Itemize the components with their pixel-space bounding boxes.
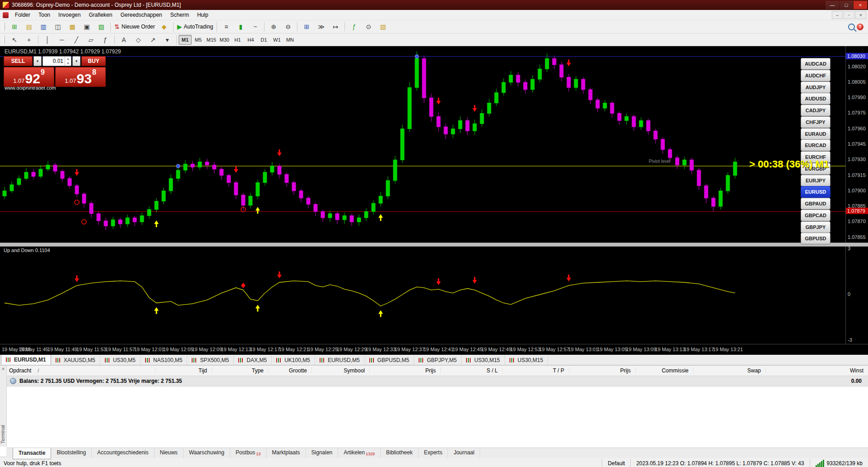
column-tp[interactable]: T / P [503, 367, 569, 374]
terminal-tab-artikelen[interactable]: Artikelen1329 [338, 448, 381, 458]
text-tool-button[interactable]: A [117, 34, 131, 45]
terminal-close-icon[interactable]: × [0, 366, 6, 372]
timeframe-m30-button[interactable]: M30 [218, 35, 231, 45]
arrows-tool-button[interactable]: ↗ [146, 34, 160, 45]
symbol-button[interactable]: GBPUSD [801, 233, 830, 244]
symbol-button[interactable]: EURAUD [801, 128, 830, 140]
lot-size-input[interactable]: 0.01 ▴ ▾ [42, 56, 71, 66]
zoom-out-button[interactable]: ⊖ [281, 21, 295, 33]
timeframe-h1-button[interactable]: H1 [231, 35, 244, 45]
chart-tab[interactable]: XAUUSD,M5 [51, 355, 100, 365]
minimize-button[interactable]: — [826, 1, 839, 9]
child-minimize-button[interactable]: – [832, 11, 843, 19]
symbol-button[interactable]: GBPJPY [801, 221, 830, 233]
maximize-button[interactable]: □ [840, 1, 853, 9]
timeframe-m15-button[interactable]: M15 [205, 35, 218, 45]
column-grootte[interactable]: Grootte [269, 367, 312, 374]
terminal-tab-experts[interactable]: Experts [419, 448, 448, 458]
column-sl[interactable]: S / L [441, 367, 503, 374]
strategy-tester-button[interactable]: ▨ [94, 21, 108, 33]
vertical-line-tool-button[interactable]: │ [40, 34, 55, 45]
market-watch-button[interactable]: ▥ [36, 21, 51, 33]
close-button[interactable]: × [854, 1, 867, 9]
column-prijs-2[interactable]: Prijs [569, 367, 636, 374]
timeframe-mn-button[interactable]: MN [283, 35, 297, 45]
menu-hulp[interactable]: Hulp [193, 10, 212, 19]
symbol-button[interactable]: AUDUSD [801, 93, 830, 105]
terminal-tab-marktplaats[interactable]: Marktplaats [267, 448, 306, 458]
chart-tab[interactable]: SPX500,M5 [187, 355, 234, 365]
chart-tab[interactable]: DAX,M5 [234, 355, 272, 365]
fibonacci-tool-button[interactable]: ƒ [98, 34, 113, 45]
symbol-button[interactable]: EURCAD [801, 139, 830, 151]
horizontal-line-tool-button[interactable]: ─ [55, 34, 69, 45]
candlestick-chart-button[interactable]: ▮ [233, 21, 248, 33]
menu-folder[interactable]: Folder [11, 10, 34, 19]
bar-chart-button[interactable]: ≡ [219, 21, 233, 33]
timeframe-m5-button[interactable]: M5 [192, 35, 205, 45]
toolbar-grip[interactable] [3, 23, 5, 31]
terminal-tab-accountgeschiedenis[interactable]: Accountgeschiedenis [92, 448, 154, 458]
cursor-tool-button[interactable]: ↖ [7, 34, 22, 45]
terminal-button[interactable]: ▣ [80, 21, 94, 33]
periods-button[interactable]: ⊙ [361, 21, 376, 33]
crosshair-tool-button[interactable]: + [22, 34, 36, 45]
lot-spinner[interactable]: ▴ ▾ [65, 57, 71, 66]
metaeditor-button[interactable]: ◆ [157, 21, 171, 33]
symbol-button[interactable]: AUDCAD [801, 58, 830, 70]
column-commissie[interactable]: Commissie [636, 367, 693, 374]
symbol-button[interactable]: CHFJPY [801, 116, 830, 128]
help-icon[interactable]: ? [857, 24, 863, 30]
navigator-button[interactable]: ▩ [65, 21, 80, 33]
chart-shift-button[interactable]: ↦ [328, 21, 343, 33]
sell-button[interactable]: SELL [4, 56, 33, 66]
sell-dropdown[interactable]: ▾ [33, 56, 42, 66]
tile-windows-button[interactable]: ⊞ [299, 21, 314, 33]
indicator-scale[interactable]: 30-3 [845, 246, 868, 344]
line-chart-button[interactable]: ~ [248, 21, 262, 33]
chart-tab[interactable]: GBPJPY,M5 [414, 355, 462, 365]
symbol-button[interactable]: AUDCHF [801, 70, 830, 81]
column-type[interactable]: Type [212, 367, 269, 374]
column-tijd[interactable]: Tijd [156, 367, 212, 374]
time-axis[interactable]: 19 May 202319 May 11:4519 May 11:4919 Ma… [0, 344, 868, 355]
terminal-tab-nieuws[interactable]: Nieuws [155, 448, 184, 458]
symbol-button[interactable]: GBPCAD [801, 210, 830, 221]
column-symbool[interactable]: Symbool [312, 367, 370, 374]
terminal-tab-bibliotheek[interactable]: Bibliotheek [381, 448, 419, 458]
pane-splitter[interactable] [0, 243, 868, 247]
buy-button[interactable]: BUY [81, 56, 106, 66]
child-close-button[interactable]: × [855, 11, 866, 19]
templates-button[interactable]: ▧ [376, 21, 390, 33]
terminal-tab-journaal[interactable]: Journaal [448, 448, 480, 458]
trendline-tool-button[interactable]: ╱ [69, 34, 84, 45]
menu-gereedschappen[interactable]: Gereedschappen [116, 10, 166, 19]
autotrading-button[interactable]: ▶ AutoTrading [175, 21, 215, 33]
column-swap[interactable]: Swap [693, 367, 766, 374]
column-prijs[interactable]: Prijs [370, 367, 441, 374]
timeframe-w1-button[interactable]: W1 [270, 35, 283, 45]
timeframe-h4-button[interactable]: H4 [244, 35, 257, 45]
new-order-button[interactable]: ⇅ Nieuwe Order [113, 21, 157, 33]
terminal-tab-signalen[interactable]: Signalen [306, 448, 339, 458]
chart-tab[interactable]: EURUSD,M1 [1, 354, 51, 365]
timeframe-d1-button[interactable]: D1 [257, 35, 270, 45]
channel-tool-button[interactable]: ▱ [84, 34, 98, 45]
terminal-tab-postbus[interactable]: Postbus13 [230, 448, 266, 458]
chart-tab[interactable]: NAS100,M5 [141, 355, 188, 365]
status-profile[interactable]: Default [602, 459, 630, 467]
shapes-tool-button[interactable]: ◇ [131, 34, 146, 45]
tools-dropdown[interactable]: ▾ [160, 34, 175, 45]
lot-spin-up-icon[interactable]: ▴ [65, 57, 71, 61]
buy-price-display[interactable]: 1.07 93 8 [55, 67, 106, 87]
indicators-button[interactable]: ƒ [347, 21, 361, 33]
symbol-button[interactable]: CADJPY [801, 105, 830, 116]
symbol-button[interactable]: GBPAUD [801, 198, 830, 210]
child-restore-button[interactable]: ▫ [844, 11, 854, 19]
zoom-in-button[interactable]: ⊕ [266, 21, 281, 33]
timeframe-m1-button[interactable]: M1 [179, 35, 192, 45]
chart-window-icon[interactable] [3, 12, 9, 18]
toolbar-grip[interactable] [3, 36, 5, 44]
chart-tab[interactable]: US30,M5 [100, 355, 141, 365]
symbol-button[interactable]: EURJPY [801, 175, 830, 186]
